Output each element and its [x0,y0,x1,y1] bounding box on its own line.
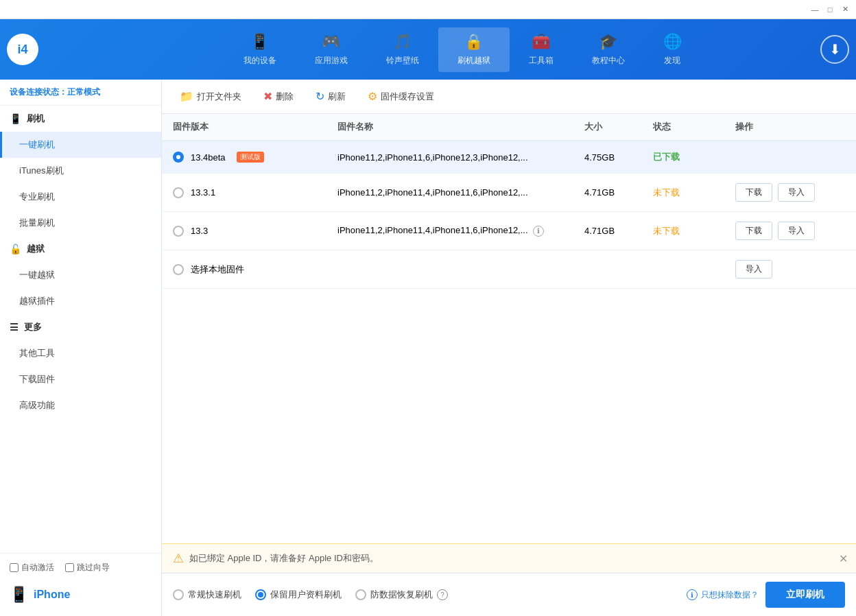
sidebar-item-download-firmware[interactable]: 下载固件 [0,366,161,392]
download-firmware-label: 下载固件 [19,373,55,386]
nav-icon-toolbox: 🧰 [532,33,550,51]
sidebar-item-itunes-flash[interactable]: iTunes刷机 [0,158,161,184]
actions-2: 下载 导入 [735,183,845,202]
flash-now-btn[interactable]: 立即刷机 [765,582,845,608]
sidebar-item-jb-plugins[interactable]: 越狱插件 [0,288,161,314]
sidebar-item-advanced[interactable]: 高级功能 [0,392,161,418]
firmware-name-2: iPhone11,2,iPhone11,4,iPhone11,6,iPhone1… [337,187,584,198]
device-info: 📱 iPhone [10,582,152,608]
nav-label-tutorials: 教程中心 [592,55,625,67]
size-1: 4.75GB [584,152,653,163]
radio-btn-3[interactable] [173,226,184,237]
delete-icon: ✖ [263,90,272,103]
status-3: 未下载 [653,225,735,237]
keep-data-radio[interactable] [255,589,266,600]
refresh-btn[interactable]: ↻ 刷新 [309,86,353,106]
cache-settings-btn[interactable]: ⚙ 固件缓存设置 [361,86,441,106]
version-badge-1: 测试版 [237,152,264,163]
logo-icon: i4 [7,34,38,65]
notif-close-btn[interactable]: ✕ [839,552,848,565]
import-btn-3[interactable]: 导入 [778,222,815,240]
import-btn-2[interactable]: 导入 [778,183,815,202]
topnav: i4 爱思助手 www.i4.cn 📱我的设备🎮应用游戏🎵铃声壁纸🔒刷机越狱🧰工… [0,19,856,80]
minimize-btn[interactable]: — [809,4,820,15]
keep-data-option[interactable]: 保留用户资料刷机 [255,589,342,601]
quick-flash-option[interactable]: 常规快速刷机 [173,589,241,601]
download-btn[interactable]: ⬇ [820,35,849,64]
table-row[interactable]: 13.3 iPhone11,2,iPhone11,4,iPhone11,6,iP… [162,212,856,250]
firmware-name-3: iPhone11,2,iPhone11,4,iPhone11,6,iPhone1… [337,225,584,237]
anti-recovery-label: 防数据恢复刷机 [370,589,433,601]
table-row[interactable]: 选择本地固件 导入 [162,250,856,289]
sidebar-item-pro-flash[interactable]: 专业刷机 [0,184,161,210]
nav-item-discover[interactable]: 🌐发现 [644,27,701,72]
nav-item-tutorials[interactable]: 🎓教程中心 [573,27,644,72]
device-name: iPhone [34,589,70,601]
firmware-info-icon-3[interactable]: ℹ [533,226,544,237]
quick-flash-radio[interactable] [173,589,184,600]
sidebar-item-one-click-flash[interactable]: 一键刷机 [0,132,161,158]
radio-btn-local[interactable] [173,264,184,275]
nav-item-my-device[interactable]: 📱我的设备 [224,27,296,72]
erase-warning[interactable]: ℹ 只想抹除数据？ [687,589,759,601]
refresh-icon: ↻ [316,90,324,103]
nav-icon-discover: 🌐 [663,33,682,51]
nav-item-flash-jailbreak[interactable]: 🔒刷机越狱 [438,27,510,72]
sidebar-item-batch-flash[interactable]: 批量刷机 [0,210,161,236]
delete-btn[interactable]: ✖ 删除 [257,86,300,106]
sidebar-item-other-tools[interactable]: 其他工具 [0,340,161,366]
version-cell-1: 13.4beta 测试版 [173,152,337,163]
nav-item-apps-games[interactable]: 🎮应用游戏 [296,27,367,72]
anti-recovery-help-icon[interactable]: ? [437,589,448,600]
delete-label: 删除 [276,91,294,103]
notification-bar: ⚠ 如已绑定 Apple ID，请准备好 Apple ID和密码。 ✕ [162,543,856,573]
keep-data-label: 保留用户资料刷机 [270,589,342,601]
anti-recovery-radio[interactable] [355,589,366,600]
sidebar-item-one-click-jb[interactable]: 一键越狱 [0,262,161,288]
content: 📁 打开文件夹 ✖ 删除 ↻ 刷新 ⚙ 固件缓存设置 固件版本 固件名称 大小 [162,80,856,616]
open-folder-btn[interactable]: 📁 打开文件夹 [173,86,248,106]
col-header-actions: 操作 [735,121,845,133]
version-cell-3: 13.3 [173,226,337,237]
sidebar-section-flash: 📱 刷机 [0,106,161,132]
table-row[interactable]: 13.4beta 测试版 iPhone11,2,iPhone11,6,iPhon… [162,141,856,174]
anti-recovery-option[interactable]: 防数据恢复刷机 ? [355,589,448,601]
radio-btn-2[interactable] [173,187,184,198]
nav-icon-tutorials: 🎓 [599,33,617,51]
close-btn[interactable]: ✕ [840,4,851,15]
version-2: 13.3.1 [191,187,215,198]
download-btn-3[interactable]: 下载 [735,222,772,240]
maximize-btn[interactable]: □ [824,4,835,15]
refresh-label: 刷新 [328,91,346,103]
device-icon: 📱 [10,586,28,604]
flash-options: 常规快速刷机 保留用户资料刷机 防数据恢复刷机 ? ℹ 只想抹除数据？ 立即刷机 [162,573,856,616]
import-btn-local[interactable]: 导入 [735,260,772,279]
auto-activate-input[interactable] [10,563,19,572]
batch-flash-label: 批量刷机 [19,217,55,229]
flash-section-label: 刷机 [27,112,45,125]
nav-label-ringtones: 铃声壁纸 [386,55,419,67]
nav-item-toolbox[interactable]: 🧰工具箱 [510,27,573,72]
nav-icon-ringtones: 🎵 [393,33,412,51]
actions-local: 导入 [735,260,845,279]
nav-icon-apps-games: 🎮 [322,33,340,51]
device-status-label: 设备连接状态： [10,87,67,97]
download-btn-2[interactable]: 下载 [735,183,772,202]
status-2: 未下载 [653,187,735,199]
col-header-status: 状态 [653,121,735,133]
quick-flash-label: 常规快速刷机 [188,589,241,601]
table-row[interactable]: 13.3.1 iPhone11,2,iPhone11,4,iPhone11,6,… [162,174,856,212]
cache-settings-label: 固件缓存设置 [381,91,434,103]
main: 设备连接状态：正常模式 📱 刷机 一键刷机 iTunes刷机 专业刷机 批量刷机… [0,80,856,616]
radio-btn-1[interactable] [173,152,184,163]
size-2: 4.71GB [584,187,653,198]
skip-wizard-checkbox[interactable]: 跳过向导 [65,562,110,573]
local-firmware-label: 选择本地固件 [191,263,244,276]
nav-label-my-device: 我的设备 [243,55,276,67]
skip-wizard-input[interactable] [65,563,74,572]
auto-activate-checkbox[interactable]: 自动激活 [10,562,54,573]
jb-plugins-label: 越狱插件 [19,295,55,307]
table-header: 固件版本 固件名称 大小 状态 操作 [162,114,856,141]
open-folder-label: 打开文件夹 [197,91,241,103]
nav-item-ringtones[interactable]: 🎵铃声壁纸 [367,27,438,72]
